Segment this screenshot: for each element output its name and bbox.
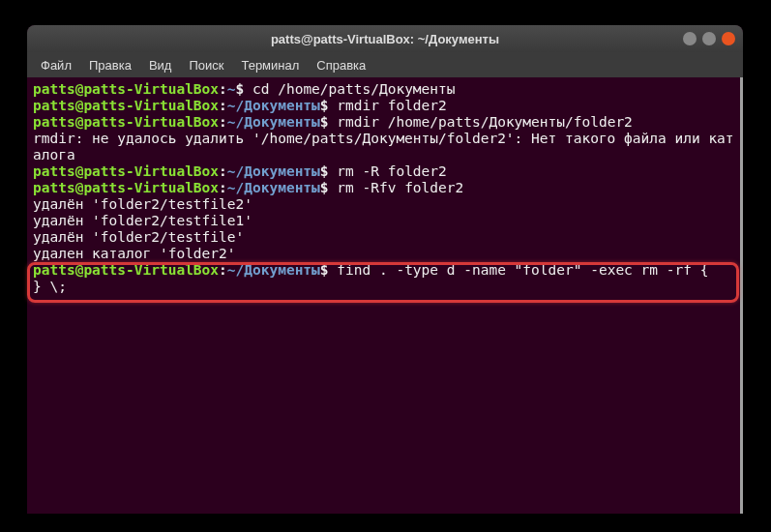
terminal-output: удален каталог 'folder2' bbox=[33, 246, 734, 262]
command-text: rm -R folder2 bbox=[337, 163, 447, 179]
close-button[interactable] bbox=[722, 32, 735, 45]
terminal-output: удалён 'folder2/testfile2' bbox=[33, 196, 734, 213]
command-text: rmdir folder2 bbox=[337, 98, 447, 113]
command-text: cd /home/patts/Документы bbox=[252, 81, 456, 97]
menu-terminal[interactable]: Терминал bbox=[233, 55, 307, 75]
command-text: find . -type d -name "folder" -exec rm -… bbox=[337, 262, 708, 278]
titlebar[interactable]: patts@patts-VirtualBox: ~/Документы bbox=[27, 25, 743, 52]
command-text-cont: } \; bbox=[33, 279, 734, 295]
prompt-user: patts@patts-VirtualBox bbox=[33, 180, 219, 195]
terminal-window: patts@patts-VirtualBox: ~/Документы Файл… bbox=[27, 25, 743, 514]
terminal-output: удалён 'folder2/testfile' bbox=[33, 229, 734, 246]
prompt-user: patts@patts-VirtualBox bbox=[33, 114, 219, 130]
menu-help[interactable]: Справка bbox=[309, 55, 373, 75]
terminal-output: удалён 'folder2/testfile1' bbox=[33, 213, 734, 229]
terminal-line: patts@patts-VirtualBox:~/Документы$ rm -… bbox=[33, 163, 734, 180]
command-text: rmdir /home/patts/Документы/folder2 bbox=[337, 114, 633, 130]
prompt-path: ~/Документы bbox=[227, 262, 320, 278]
terminal-line: patts@patts-VirtualBox:~/Документы$ rmdi… bbox=[33, 114, 734, 131]
terminal-line: patts@patts-VirtualBox:~/Документы$ rm -… bbox=[33, 180, 734, 196]
prompt-user: patts@patts-VirtualBox bbox=[33, 81, 219, 97]
prompt-path: ~/Документы bbox=[227, 114, 320, 130]
menu-edit[interactable]: Правка bbox=[81, 55, 139, 75]
terminal-line: patts@patts-VirtualBox:~$ cd /home/patts… bbox=[33, 81, 734, 98]
window-title: patts@patts-VirtualBox: ~/Документы bbox=[271, 32, 499, 46]
terminal-line: patts@patts-VirtualBox:~/Документы$ find… bbox=[33, 262, 734, 279]
terminal-line: patts@patts-VirtualBox:~/Документы$ rmdi… bbox=[33, 98, 734, 114]
minimize-button[interactable] bbox=[683, 32, 697, 45]
prompt-user: patts@patts-VirtualBox bbox=[33, 262, 219, 278]
prompt-path: ~/Документы bbox=[227, 180, 320, 195]
command-text: rm -Rfv folder2 bbox=[337, 180, 463, 195]
prompt-user: patts@patts-VirtualBox bbox=[33, 163, 219, 179]
maximize-button[interactable] bbox=[702, 32, 716, 45]
menubar: Файл Правка Вид Поиск Терминал Справка bbox=[27, 52, 743, 77]
prompt-path: ~/Документы bbox=[227, 163, 320, 179]
menu-file[interactable]: Файл bbox=[33, 55, 79, 75]
menu-search[interactable]: Поиск bbox=[181, 55, 231, 75]
prompt-user: patts@patts-VirtualBox bbox=[33, 98, 219, 113]
menu-view[interactable]: Вид bbox=[141, 55, 180, 75]
window-controls bbox=[683, 32, 735, 45]
terminal-output: rmdir: не удалось удалить '/home/patts/Д… bbox=[33, 131, 734, 163]
prompt-path: ~ bbox=[227, 81, 236, 97]
prompt-path: ~/Документы bbox=[227, 98, 320, 113]
terminal-area[interactable]: patts@patts-VirtualBox:~$ cd /home/patts… bbox=[27, 77, 743, 514]
